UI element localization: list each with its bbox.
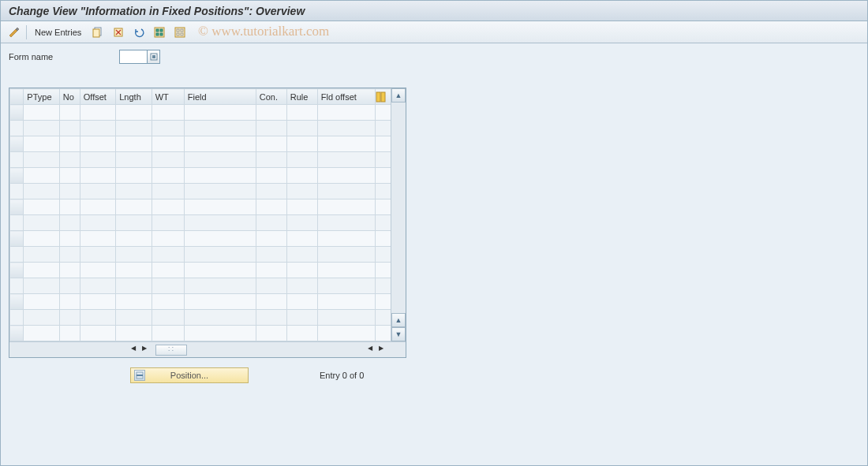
- cell-field[interactable]: [184, 278, 256, 294]
- cell-rule[interactable]: [286, 247, 317, 263]
- deselect-all-icon[interactable]: [171, 24, 189, 40]
- hscroll-thumb[interactable]: ∷: [155, 345, 187, 356]
- table-row[interactable]: [10, 184, 391, 199]
- cell-ptype[interactable]: [24, 184, 59, 199]
- cell-fldoffset[interactable]: [317, 294, 376, 310]
- cell-lngth[interactable]: [116, 105, 152, 121]
- cell-lngth[interactable]: [116, 199, 152, 215]
- col-wt[interactable]: WT: [152, 89, 184, 105]
- cell-lngth[interactable]: [116, 168, 152, 184]
- cell-ptype[interactable]: [24, 105, 59, 121]
- cell-ptype[interactable]: [24, 310, 59, 326]
- row-selector[interactable]: [10, 136, 24, 152]
- cell-field[interactable]: [184, 136, 256, 152]
- cell-field[interactable]: [184, 247, 256, 263]
- cell-field[interactable]: [184, 105, 256, 121]
- search-help-icon[interactable]: [148, 50, 160, 64]
- cell-con[interactable]: [256, 231, 286, 247]
- cell-con[interactable]: [256, 263, 286, 278]
- select-all-icon[interactable]: [151, 24, 168, 40]
- row-selector[interactable]: [10, 152, 24, 168]
- cell-field[interactable]: [184, 215, 256, 231]
- cell-wt[interactable]: [152, 231, 184, 247]
- cell-offset[interactable]: [80, 215, 115, 231]
- cell-rule[interactable]: [286, 278, 317, 294]
- cell-lngth[interactable]: [116, 310, 152, 326]
- cell-con[interactable]: [256, 278, 286, 294]
- cell-fldoffset[interactable]: [317, 263, 376, 278]
- cell-offset[interactable]: [80, 263, 115, 278]
- row-selector[interactable]: [10, 294, 24, 310]
- cell-con[interactable]: [256, 121, 286, 136]
- toggle-change-icon[interactable]: [6, 24, 23, 40]
- cell-field[interactable]: [184, 184, 256, 199]
- cell-ptype[interactable]: [24, 168, 59, 184]
- scroll-up2-icon[interactable]: ▲: [391, 313, 406, 327]
- cell-offset[interactable]: [80, 184, 115, 199]
- cell-field[interactable]: [184, 121, 256, 136]
- scroll-track[interactable]: [391, 103, 406, 313]
- cell-offset[interactable]: [80, 121, 115, 136]
- cell-con[interactable]: [256, 168, 286, 184]
- cell-ptype[interactable]: [24, 263, 59, 278]
- cell-offset[interactable]: [80, 278, 115, 294]
- table-row[interactable]: [10, 152, 391, 168]
- cell-rule[interactable]: [286, 168, 317, 184]
- row-selector[interactable]: [10, 278, 24, 294]
- cell-fldoffset[interactable]: [317, 121, 376, 136]
- cell-wt[interactable]: [152, 121, 184, 136]
- table-row[interactable]: [10, 278, 391, 294]
- table-row[interactable]: [10, 326, 391, 341]
- cell-fldoffset[interactable]: [317, 105, 376, 121]
- cell-no[interactable]: [59, 215, 80, 231]
- cell-offset[interactable]: [80, 199, 115, 215]
- cell-lngth[interactable]: [116, 294, 152, 310]
- cell-ptype[interactable]: [24, 247, 59, 263]
- cell-no[interactable]: [59, 105, 80, 121]
- cell-no[interactable]: [59, 326, 80, 341]
- cell-ptype[interactable]: [24, 326, 59, 341]
- scroll-right-end-icon[interactable]: ▶: [379, 345, 390, 356]
- cell-fldoffset[interactable]: [317, 278, 376, 294]
- cell-rule[interactable]: [286, 215, 317, 231]
- cell-wt[interactable]: [152, 136, 184, 152]
- cell-rule[interactable]: [286, 184, 317, 199]
- table-row[interactable]: [10, 247, 391, 263]
- position-button[interactable]: Position...: [130, 367, 249, 383]
- cell-con[interactable]: [256, 105, 286, 121]
- cell-no[interactable]: [59, 184, 80, 199]
- table-row[interactable]: [10, 231, 391, 247]
- row-selector[interactable]: [10, 263, 24, 278]
- cell-ptype[interactable]: [24, 136, 59, 152]
- cell-con[interactable]: [256, 215, 286, 231]
- cell-ptype[interactable]: [24, 121, 59, 136]
- cell-wt[interactable]: [152, 278, 184, 294]
- cell-offset[interactable]: [80, 294, 115, 310]
- row-selector[interactable]: [10, 247, 24, 263]
- cell-ptype[interactable]: [24, 294, 59, 310]
- cell-con[interactable]: [256, 152, 286, 168]
- cell-no[interactable]: [59, 121, 80, 136]
- copy-icon[interactable]: [89, 24, 107, 40]
- row-selector[interactable]: [10, 184, 24, 199]
- cell-no[interactable]: [59, 136, 80, 152]
- cell-wt[interactable]: [152, 184, 184, 199]
- cell-lngth[interactable]: [116, 215, 152, 231]
- cell-fldoffset[interactable]: [317, 184, 376, 199]
- cell-wt[interactable]: [152, 215, 184, 231]
- cell-wt[interactable]: [152, 326, 184, 341]
- cell-rule[interactable]: [286, 136, 317, 152]
- cell-no[interactable]: [59, 231, 80, 247]
- cell-offset[interactable]: [80, 168, 115, 184]
- cell-wt[interactable]: [152, 263, 184, 278]
- cell-fldoffset[interactable]: [317, 231, 376, 247]
- table-row[interactable]: [10, 168, 391, 184]
- cell-field[interactable]: [184, 263, 256, 278]
- cell-field[interactable]: [184, 326, 256, 341]
- cell-lngth[interactable]: [116, 184, 152, 199]
- cell-wt[interactable]: [152, 152, 184, 168]
- cell-field[interactable]: [184, 294, 256, 310]
- cell-offset[interactable]: [80, 310, 115, 326]
- cell-no[interactable]: [59, 168, 80, 184]
- cell-con[interactable]: [256, 310, 286, 326]
